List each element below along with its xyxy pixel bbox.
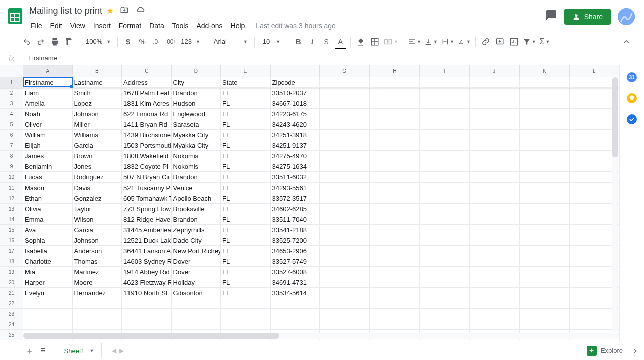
cell-F10[interactable]: 33511-6032 — [271, 172, 320, 182]
row-header-6[interactable]: 6 — [0, 130, 23, 140]
cell-D11[interactable]: Venice — [172, 183, 221, 193]
cell-H1[interactable] — [370, 77, 420, 87]
cell-C11[interactable]: 521 Tuscanny P — [122, 183, 172, 193]
cell-C6[interactable]: 1439 Birchstone — [122, 130, 172, 140]
cell-I23[interactable] — [420, 309, 469, 319]
cell-I8[interactable] — [420, 151, 469, 161]
zoom-dropdown[interactable]: 100%▼ — [83, 38, 114, 45]
column-header-B[interactable]: B — [73, 65, 122, 77]
cell-B13[interactable]: Taylor — [73, 204, 122, 214]
cell-D9[interactable]: Nokomis — [172, 161, 221, 171]
format-percent-button[interactable]: % — [136, 35, 149, 48]
cell-D17[interactable]: New Port Richey — [172, 246, 221, 256]
cell-D24[interactable] — [172, 319, 221, 329]
cell-H14[interactable] — [370, 214, 420, 224]
cell-A11[interactable]: Mason — [23, 183, 73, 193]
cell-J23[interactable] — [470, 309, 520, 319]
cell-B24[interactable] — [73, 319, 122, 329]
cell-E18[interactable]: FL — [221, 256, 271, 266]
cell-C14[interactable]: 812 Ridge Have — [122, 214, 172, 224]
cell-B8[interactable]: Brown — [73, 151, 122, 161]
cell-H6[interactable] — [370, 130, 420, 140]
cell-H19[interactable] — [370, 267, 420, 277]
cell-H9[interactable] — [370, 161, 420, 171]
cell-H18[interactable] — [370, 256, 420, 266]
cell-E1[interactable]: State — [221, 77, 271, 87]
cell-F11[interactable]: 34293-5561 — [271, 183, 320, 193]
cell-A8[interactable]: James — [23, 151, 73, 161]
cell-D18[interactable]: Dover — [172, 256, 221, 266]
cell-H4[interactable] — [370, 109, 420, 119]
select-all-corner[interactable] — [0, 65, 23, 77]
cell-B4[interactable]: Johnson — [73, 109, 122, 119]
cell-B5[interactable]: Miller — [73, 119, 122, 129]
cell-G11[interactable] — [320, 183, 369, 193]
cell-C17[interactable]: 36441 Lanson A — [122, 246, 172, 256]
cell-F16[interactable]: 33525-7200 — [271, 235, 320, 245]
cell-K13[interactable] — [520, 204, 569, 214]
cell-D8[interactable]: Nokomis — [172, 151, 221, 161]
cell-F23[interactable] — [271, 309, 320, 319]
fill-color-button[interactable] — [354, 35, 367, 48]
cell-K21[interactable] — [520, 288, 569, 298]
cell-I12[interactable] — [420, 193, 469, 203]
cell-I2[interactable] — [420, 88, 469, 98]
cell-C12[interactable]: 605 Tomahawk T — [122, 193, 172, 203]
cell-D2[interactable]: Brandon — [172, 88, 221, 98]
cell-F20[interactable]: 34691-4731 — [271, 277, 320, 287]
cell-E8[interactable]: FL — [221, 151, 271, 161]
row-header-24[interactable]: 24 — [0, 319, 23, 330]
cell-F15[interactable]: 33541-2188 — [271, 225, 320, 235]
cell-J18[interactable] — [470, 256, 520, 266]
cell-J2[interactable] — [470, 88, 520, 98]
cell-H15[interactable] — [370, 225, 420, 235]
cell-G5[interactable] — [320, 119, 369, 129]
cell-E19[interactable]: FL — [221, 267, 271, 277]
fx-icon[interactable]: fx — [0, 51, 23, 65]
column-header-I[interactable]: I — [420, 65, 470, 77]
cell-B15[interactable]: Garcia — [73, 225, 122, 235]
cell-G18[interactable] — [320, 256, 369, 266]
cell-A14[interactable]: Emma — [23, 214, 73, 224]
row-header-7[interactable]: 7 — [0, 140, 23, 151]
cell-F19[interactable]: 33527-6008 — [271, 267, 320, 277]
cell-D23[interactable] — [172, 309, 221, 319]
cell-I14[interactable] — [420, 214, 469, 224]
cell-E16[interactable]: FL — [221, 235, 271, 245]
row-header-23[interactable]: 23 — [0, 309, 23, 319]
cell-G12[interactable] — [320, 193, 369, 203]
row-header-3[interactable]: 3 — [0, 98, 23, 109]
cell-F6[interactable]: 34251-3918 — [271, 130, 320, 140]
more-formats-dropdown[interactable]: 123▼ — [178, 38, 203, 45]
cell-B1[interactable]: Lastname — [73, 77, 122, 87]
cell-J20[interactable] — [470, 277, 520, 287]
cell-G6[interactable] — [320, 130, 369, 140]
cell-I10[interactable] — [420, 172, 469, 182]
text-wrap-button[interactable]: ▼ — [440, 35, 455, 48]
cell-K17[interactable] — [520, 246, 569, 256]
cell-J19[interactable] — [470, 267, 520, 277]
cell-B22[interactable] — [73, 298, 122, 308]
cell-K11[interactable] — [520, 183, 569, 193]
cell-I15[interactable] — [420, 225, 469, 235]
v-scroll-thumb[interactable] — [612, 77, 618, 157]
cell-J12[interactable] — [470, 193, 520, 203]
italic-button[interactable]: I — [306, 35, 319, 48]
cell-I18[interactable] — [420, 256, 469, 266]
cell-E10[interactable]: FL — [221, 172, 271, 182]
cell-D16[interactable]: Dade City — [172, 235, 221, 245]
all-sheets-button[interactable]: ≡ — [37, 342, 49, 359]
cell-K20[interactable] — [520, 277, 569, 287]
menu-insert[interactable]: Insert — [90, 20, 114, 32]
cell-F17[interactable]: 34653-2906 — [271, 246, 320, 256]
cell-C19[interactable]: 1914 Abbey Rid — [122, 267, 172, 277]
row-header-14[interactable]: 14 — [0, 214, 23, 225]
insert-chart-button[interactable] — [507, 35, 521, 48]
cell-H12[interactable] — [370, 193, 420, 203]
last-edit-link[interactable]: Last edit was 3 hours ago — [255, 22, 336, 30]
cell-C18[interactable]: 14603 Sydney R — [122, 256, 172, 266]
cell-C24[interactable] — [122, 319, 172, 329]
cell-C3[interactable]: 1831 Kim Acres — [122, 98, 172, 108]
cell-A2[interactable]: Liam — [23, 88, 73, 98]
menu-help[interactable]: Help — [227, 20, 249, 32]
